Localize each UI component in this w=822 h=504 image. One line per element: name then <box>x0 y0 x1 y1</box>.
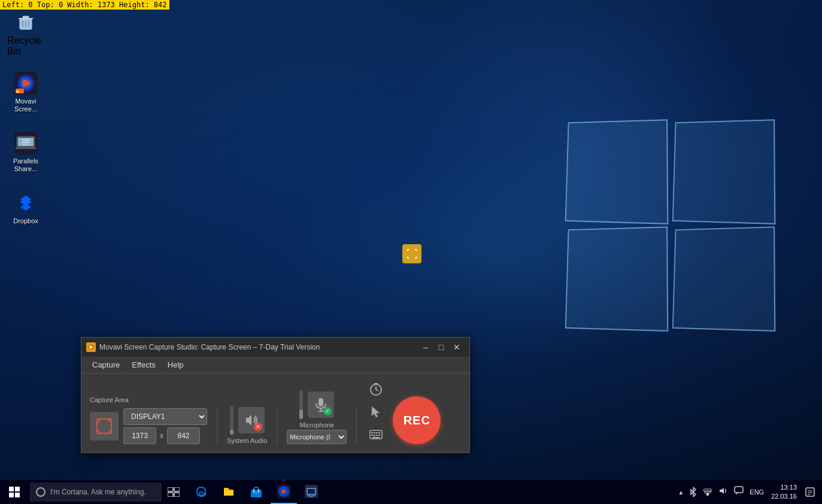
svg-text:M: M <box>16 90 19 93</box>
action-center-icon[interactable] <box>803 485 817 499</box>
svg-rect-36 <box>378 432 380 433</box>
desktop-icon-movavi[interactable]: M Movavi Scree... <box>5 69 47 116</box>
height-input[interactable] <box>167 427 200 444</box>
taskbar-app-store[interactable] <box>243 480 269 504</box>
svg-rect-13 <box>16 147 36 149</box>
bluetooth-tray-icon[interactable] <box>688 485 698 500</box>
svg-rect-1 <box>23 16 29 19</box>
microphone-label: Microphone <box>300 421 334 429</box>
timer-button[interactable] <box>366 379 386 399</box>
menu-capture[interactable]: Capture <box>86 358 126 372</box>
taskbar-app-files[interactable] <box>216 480 242 504</box>
movavi-menubar: Capture Effects Help <box>81 357 469 374</box>
svg-rect-51 <box>251 490 262 497</box>
maximize-button[interactable]: □ <box>433 339 449 355</box>
right-controls <box>366 379 386 444</box>
system-audio-section: ✕ System Audio <box>227 406 267 444</box>
svg-rect-42 <box>9 487 14 491</box>
svg-rect-49 <box>174 493 180 497</box>
system-audio-label: System Audio <box>227 437 267 444</box>
taskbar-right: ▲ <box>677 483 822 502</box>
task-view-button[interactable] <box>162 480 186 504</box>
desktop: Left: 0 Top: 0 Width: 1373 Height: 842 R… <box>0 0 822 504</box>
svg-rect-45 <box>15 493 20 497</box>
movavi-label: Movavi Scree... <box>7 98 44 113</box>
taskbar-apps <box>188 480 324 504</box>
divider-3 <box>356 408 357 444</box>
clock[interactable]: 13:13 22.03.16 <box>769 483 799 502</box>
parallels-icon <box>14 131 38 155</box>
screen-capture-indicator[interactable] <box>402 244 421 263</box>
movavi-title-icon <box>86 342 96 352</box>
taskbar: I'm Cortana. Ask me anything. <box>0 480 822 504</box>
minimize-button[interactable]: – <box>418 339 433 355</box>
dropbox-icon <box>14 191 38 215</box>
svg-rect-33 <box>371 432 373 433</box>
cortana-circle-icon <box>36 487 46 497</box>
svg-rect-43 <box>15 487 20 491</box>
clock-time: 13:13 <box>771 483 797 492</box>
notification-tray-icon[interactable] <box>733 485 745 499</box>
svg-rect-41 <box>372 437 380 438</box>
start-button[interactable] <box>0 480 29 504</box>
recycle-bin-label: Recycle Bin <box>7 35 44 57</box>
svg-line-30 <box>376 390 378 391</box>
svg-rect-50 <box>224 491 233 496</box>
system-audio-slider-container: ✕ <box>230 406 265 435</box>
capture-area-button[interactable] <box>90 412 119 441</box>
microphone-button[interactable]: ✓ <box>308 391 334 418</box>
divider-1 <box>217 408 217 444</box>
network-tray-icon[interactable] <box>702 485 714 499</box>
times-symbol: x <box>160 432 163 440</box>
svg-rect-38 <box>374 435 375 436</box>
volume-tray-icon[interactable] <box>717 485 729 499</box>
parallels-label: Parallels Share... <box>7 157 44 173</box>
rec-button[interactable]: REC <box>393 396 441 444</box>
desktop-icon-recycle-bin[interactable]: Recycle Bin <box>5 9 47 59</box>
recycle-bin-icon <box>15 11 37 35</box>
svg-rect-57 <box>308 489 315 494</box>
desktop-icon-dropbox[interactable]: Dropbox <box>5 189 47 227</box>
keyboard-button[interactable] <box>366 425 386 444</box>
language-tray-label[interactable]: ENG <box>748 487 765 497</box>
svg-rect-47 <box>174 487 180 491</box>
menu-help[interactable]: Help <box>162 358 190 372</box>
microphone-section: ✓ Microphone Microphone (I <box>287 390 347 444</box>
taskbar-app-extra[interactable] <box>298 480 324 504</box>
menu-effects[interactable]: Effects <box>126 358 162 372</box>
microphone-select[interactable]: Microphone (I <box>287 430 347 444</box>
mic-slider-container: ✓ <box>299 390 334 419</box>
width-input[interactable] <box>123 427 156 444</box>
microphone-enabled-badge: ✓ <box>323 407 332 415</box>
windows-logo <box>565 120 774 329</box>
close-button[interactable]: ✕ <box>449 339 465 355</box>
movavi-title-text: Movavi Screen Capture Studio: Capture Sc… <box>99 343 418 351</box>
svg-rect-34 <box>374 432 375 433</box>
desktop-icon-parallels[interactable]: Parallels Share... <box>5 129 47 175</box>
cortana-search[interactable]: I'm Cortana. Ask me anything. <box>30 482 162 502</box>
capture-area-section: Capture Area DISPLAY1 <box>90 396 207 444</box>
cursor-button[interactable] <box>366 402 386 421</box>
taskbar-app-edge[interactable] <box>188 480 214 504</box>
svg-rect-48 <box>168 493 173 497</box>
svg-rect-44 <box>9 493 14 497</box>
svg-rect-40 <box>378 435 380 436</box>
svg-rect-25 <box>319 398 323 406</box>
cortana-placeholder: I'm Cortana. Ask me anything. <box>50 488 146 496</box>
taskbar-app-movavi[interactable] <box>271 480 297 504</box>
clock-date: 22.03.16 <box>771 492 797 501</box>
capture-area-label: Capture Area <box>90 396 207 403</box>
svg-rect-46 <box>168 487 173 491</box>
movavi-icon: M <box>14 71 38 95</box>
dropbox-label: Dropbox <box>13 217 38 225</box>
svg-rect-39 <box>376 435 378 436</box>
movavi-content: Capture Area DISPLAY1 <box>81 374 469 453</box>
tray-expand-icon[interactable]: ▲ <box>677 488 685 497</box>
coord-label: Left: 0 Top: 0 Width: 1373 Height: 842 <box>0 0 169 10</box>
system-audio-button[interactable]: ✕ <box>238 407 265 433</box>
display-select[interactable]: DISPLAY1 <box>123 408 207 425</box>
svg-rect-64 <box>735 487 743 493</box>
system-audio-disabled-badge: ✕ <box>254 423 262 431</box>
movavi-titlebar[interactable]: Movavi Screen Capture Studio: Capture Sc… <box>81 338 469 357</box>
svg-rect-37 <box>371 435 373 436</box>
